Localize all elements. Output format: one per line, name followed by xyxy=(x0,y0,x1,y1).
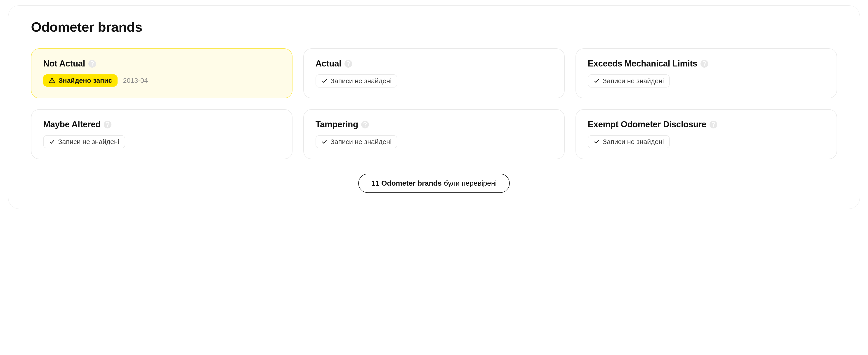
card-title-row: Exceeds Mechanical Limits xyxy=(588,59,825,68)
svg-point-4 xyxy=(704,65,705,66)
check-icon xyxy=(321,78,327,84)
checked-count-bold: 11 Odometer brands xyxy=(371,179,442,187)
help-icon[interactable] xyxy=(701,60,708,68)
svg-point-5 xyxy=(107,126,108,127)
card-tampering: Tampering Записи не знайдені xyxy=(303,109,565,159)
cards-grid: Not Actual Знайдено запис 2013-04 Actual xyxy=(31,49,837,159)
card-title: Exempt Odometer Disclosure xyxy=(588,120,706,129)
status-label: Записи не знайдені xyxy=(602,78,664,84)
status-row: Записи не знайдені xyxy=(315,75,553,88)
svg-point-0 xyxy=(92,65,93,66)
svg-point-6 xyxy=(365,126,366,127)
check-icon xyxy=(594,139,599,145)
checked-count-suffix: були перевірені xyxy=(444,179,497,187)
status-row: Записи не знайдені xyxy=(315,135,553,148)
status-row: Записи не знайдені xyxy=(43,135,280,148)
card-title-row: Exempt Odometer Disclosure xyxy=(588,120,825,129)
card-title: Exceeds Mechanical Limits xyxy=(588,59,698,68)
check-icon xyxy=(594,78,599,84)
card-exceeds-mechanical-limits: Exceeds Mechanical Limits Записи не знай… xyxy=(576,49,837,98)
card-title: Maybe Altered xyxy=(43,120,101,129)
card-title-row: Maybe Altered xyxy=(43,120,280,129)
card-title: Actual xyxy=(315,59,341,68)
card-actual: Actual Записи не знайдені xyxy=(303,49,565,98)
status-label: Знайдено запис xyxy=(59,77,112,84)
status-row: Записи не знайдені xyxy=(588,75,825,88)
status-row: Записи не знайдені xyxy=(588,135,825,148)
status-badge-not-found: Записи не знайдені xyxy=(588,135,670,148)
checked-count-button[interactable]: 11 Odometer brands були перевірені xyxy=(358,174,510,193)
help-icon[interactable] xyxy=(104,121,112,128)
footer-row: 11 Odometer brands були перевірені xyxy=(31,174,837,193)
card-title-row: Actual xyxy=(315,59,553,68)
card-title-row: Tampering xyxy=(315,120,553,129)
status-badge-not-found: Записи не знайдені xyxy=(315,75,398,88)
status-label: Записи не знайдені xyxy=(602,138,664,145)
card-not-actual: Not Actual Знайдено запис 2013-04 xyxy=(31,49,292,98)
check-icon xyxy=(49,139,55,145)
help-icon[interactable] xyxy=(88,60,96,68)
status-row: Знайдено запис 2013-04 xyxy=(43,75,280,87)
status-badge-not-found: Записи не знайдені xyxy=(315,135,398,148)
help-icon[interactable] xyxy=(361,121,369,128)
svg-point-7 xyxy=(713,126,714,127)
help-icon[interactable] xyxy=(710,121,717,128)
status-badge-not-found: Записи не знайдені xyxy=(588,75,670,88)
card-title-row: Not Actual xyxy=(43,59,280,68)
check-icon xyxy=(321,139,327,145)
status-badge-not-found: Записи не знайдені xyxy=(43,135,125,148)
help-icon[interactable] xyxy=(344,60,352,68)
card-title: Not Actual xyxy=(43,59,85,68)
section-title: Odometer brands xyxy=(31,19,837,35)
status-label: Записи не знайдені xyxy=(331,138,392,145)
status-badge-found: Знайдено запис xyxy=(43,75,118,87)
card-maybe-altered: Maybe Altered Записи не знайдені xyxy=(31,109,292,159)
status-date: 2013-04 xyxy=(123,77,148,84)
odometer-brands-panel: Odometer brands Not Actual Знайдено запи… xyxy=(8,5,860,209)
svg-point-2 xyxy=(52,82,53,83)
card-exempt-odometer-disclosure: Exempt Odometer Disclosure Записи не зна… xyxy=(576,109,837,159)
card-title: Tampering xyxy=(315,120,358,129)
svg-point-3 xyxy=(348,65,349,66)
status-label: Записи не знайдені xyxy=(331,78,392,84)
warning-icon xyxy=(49,77,55,84)
status-label: Записи не знайдені xyxy=(58,138,119,145)
